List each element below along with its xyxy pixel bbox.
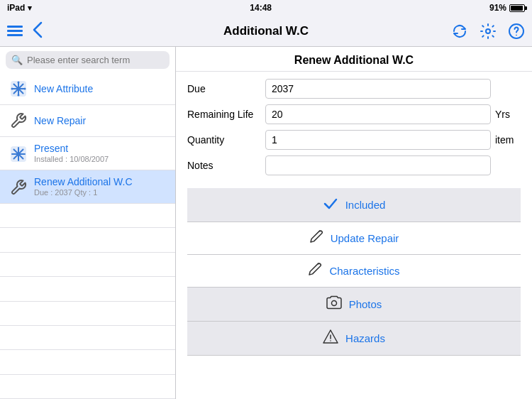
svg-point-2 [516,35,517,35]
empty-row-3 [0,253,175,277]
renew-title: Renew Additional W.C [34,176,133,187]
present-subtitle: Installed : 10/08/2007 [34,155,109,163]
present-title: Present [34,143,109,154]
search-icon: 🔍 [11,55,23,65]
characteristics-button[interactable]: Characteristics [187,255,521,288]
search-input[interactable] [27,55,164,65]
renew-item-text: Renew Additional W.C Due : 2037 Qty : 1 [34,176,133,197]
nav-title: Additional W.C [149,24,383,38]
empty-row-4 [0,277,175,301]
wrench-icon [9,111,28,131]
characteristics-label: Characteristics [329,265,399,277]
right-header: Renew Additional W.C [176,47,532,72]
present-item-icon [9,144,28,164]
new-attribute-label: New Attribute [34,83,93,94]
quantity-label: Quantity [187,134,265,146]
battery-percent: 91% [489,3,506,13]
included-label: Included [345,199,386,211]
included-button[interactable]: Included [187,188,521,222]
empty-row-8 [0,375,175,399]
svg-point-9 [18,94,20,97]
empty-row-1 [0,204,175,228]
quantity-unit: item [495,134,521,146]
photos-button[interactable]: Photos [187,288,521,322]
nav-right [383,23,525,40]
status-right: 91% [489,3,525,13]
list-item-renew[interactable]: Renew Additional W.C Due : 2037 Qty : 1 [0,170,175,204]
hazards-label: Hazards [345,332,385,344]
form-row-quantity: Quantity item [187,130,521,150]
new-attribute-button[interactable]: New Attribute [0,73,175,105]
camera-icon [326,295,342,314]
right-panel: Renew Additional W.C Due Remaining Life … [176,47,532,399]
search-box: 🔍 [6,51,170,69]
hazards-button[interactable]: Hazards [187,322,521,356]
back-button[interactable] [31,20,45,43]
update-repair-label: Update Repair [331,232,399,244]
notes-input[interactable] [265,155,491,175]
checkmark-icon [323,195,338,214]
status-bar: iPad ▾ 14:48 91% [0,0,532,16]
photos-label: Photos [349,298,382,310]
action-buttons: Included Update Repair Characteris [176,188,532,356]
empty-row-7 [0,350,175,374]
status-time: 14:48 [250,3,272,13]
pencil2-icon [308,262,322,280]
nav-bar: Additional W.C [0,16,532,47]
form-row-notes: Notes [187,155,521,175]
list-item-present[interactable]: Present Installed : 10/08/2007 [0,137,175,170]
update-repair-button[interactable]: Update Repair [187,222,521,255]
settings-button[interactable] [480,23,497,40]
snowflake-icon [9,79,28,99]
form-area: Due Remaining Life Yrs Quantity item Not… [176,72,532,188]
notes-label: Notes [187,160,265,171]
empty-row-6 [0,326,175,350]
pencil-icon [309,229,323,247]
remaining-life-label: Remaining Life [187,109,265,120]
present-item-text: Present Installed : 10/08/2007 [34,143,109,163]
renew-item-icon [9,177,28,197]
svg-point-10 [11,88,13,90]
form-row-remaining-life: Remaining Life Yrs [187,104,521,124]
new-repair-button[interactable]: New Repair [0,105,175,137]
empty-row-2 [0,228,175,252]
help-button[interactable] [508,23,525,40]
main-content: 🔍 New Attribute [0,47,532,399]
left-panel: 🔍 New Attribute [0,47,176,399]
nav-left [7,20,149,43]
device-label: iPad [7,3,25,13]
svg-point-8 [18,82,20,84]
svg-point-19 [330,340,331,341]
due-label: Due [187,83,265,94]
status-left: iPad ▾ [7,3,32,13]
menu-button[interactable] [7,26,23,36]
battery-icon [509,4,525,12]
form-row-due: Due [187,79,521,99]
empty-row-5 [0,302,175,326]
svg-point-17 [331,301,336,306]
refresh-button[interactable] [451,23,468,40]
quantity-input[interactable] [265,130,491,150]
new-repair-label: New Repair [34,115,86,126]
right-title: Renew Additional W.C [187,54,521,67]
due-input[interactable] [265,79,491,99]
remaining-life-unit: Yrs [495,109,521,120]
svg-point-11 [24,88,26,90]
warning-icon [323,329,338,348]
wifi-icon: ▾ [28,4,32,13]
remaining-life-input[interactable] [265,104,491,124]
svg-point-0 [486,29,490,33]
renew-subtitle: Due : 2037 Qty : 1 [34,188,133,197]
